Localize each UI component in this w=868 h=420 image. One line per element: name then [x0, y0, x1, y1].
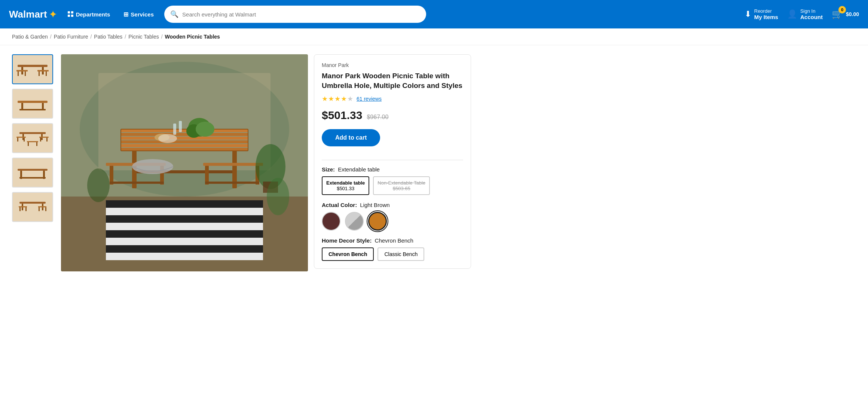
divider-1	[322, 160, 463, 160]
svg-point-70	[196, 122, 214, 137]
search-input[interactable]	[182, 11, 420, 18]
svg-rect-61	[203, 163, 263, 166]
svg-point-75	[267, 178, 289, 215]
header-actions: ⬇ Reorder My Items 👤 Sign In Account 🛒 0…	[745, 8, 859, 20]
size-extendable-name: Extendable table	[326, 180, 365, 186]
breadcrumb-picnic-tables[interactable]: Picnic Tables	[128, 34, 159, 40]
spark-icon: ✦	[49, 8, 57, 21]
search-bar[interactable]: 🔍	[164, 6, 426, 23]
rating-row: ★★★★★ 61 reviews	[322, 95, 463, 103]
signin-label-top: Sign In	[800, 8, 823, 14]
add-to-cart-button[interactable]: Add to cart	[322, 129, 380, 146]
sep4: /	[161, 34, 163, 40]
reorder-icon: ⬇	[745, 9, 751, 19]
size-nonextendable-button[interactable]: Non-Extendable Table $503.65	[373, 176, 430, 195]
services-nav[interactable]: ⊞ Services	[120, 9, 157, 19]
svg-rect-21	[46, 138, 48, 141]
walmart-logo[interactable]: Walmart ✦	[9, 8, 57, 21]
svg-rect-66	[173, 124, 176, 135]
color-options	[322, 212, 463, 231]
svg-rect-43	[106, 200, 263, 208]
svg-rect-47	[121, 129, 248, 132]
cart-total: $0.00	[846, 11, 859, 17]
product-info-panel: Manor Park Manor Park Wooden Picnic Tabl…	[314, 54, 471, 269]
departments-nav[interactable]: Departments	[65, 10, 113, 19]
svg-rect-13	[19, 132, 46, 134]
size-label-row: Size: Extendable table	[322, 166, 463, 173]
svg-rect-44	[106, 215, 263, 223]
thumb-svg-2	[16, 92, 49, 115]
svg-rect-49	[121, 137, 248, 140]
thumb-svg-4	[16, 161, 49, 184]
price-row: $501.33 $967.00	[322, 109, 463, 122]
style-classic-button[interactable]: Classic Bench	[378, 247, 424, 261]
color-value: Light Brown	[360, 202, 389, 208]
reorder-action[interactable]: ⬇ Reorder My Items	[745, 8, 778, 20]
review-count[interactable]: 61 reviews	[357, 96, 382, 102]
breadcrumb-patio-tables[interactable]: Patio Tables	[94, 34, 122, 40]
svg-rect-17	[39, 137, 49, 138]
svg-rect-60	[110, 182, 164, 184]
svg-rect-37	[45, 207, 46, 211]
breadcrumb: Patio & Garden / Patio Furniture / Patio…	[0, 28, 868, 45]
color-dark-brown[interactable]	[322, 212, 340, 231]
svg-rect-28	[19, 177, 46, 179]
color-light-brown[interactable]	[368, 212, 387, 231]
size-value: Extendable table	[338, 166, 380, 173]
reorder-label-top: Reorder	[754, 8, 778, 14]
color-gray[interactable]	[345, 212, 364, 231]
svg-rect-22	[27, 141, 38, 142]
size-options: Extendable table $501.33 Non-Extendable …	[322, 176, 463, 195]
cart-action[interactable]: 🛒 0 $0.00	[832, 9, 859, 19]
svg-point-65	[132, 159, 173, 174]
breadcrumb-patio-garden[interactable]: Patio & Garden	[12, 34, 48, 40]
svg-rect-67	[179, 121, 182, 132]
svg-rect-33	[38, 206, 46, 207]
style-chevron-button[interactable]: Chevron Bench	[322, 247, 374, 261]
svg-point-76	[87, 168, 110, 202]
departments-grid-icon	[68, 11, 74, 17]
svg-rect-29	[19, 202, 46, 204]
svg-rect-9	[18, 101, 48, 103]
svg-rect-12	[19, 109, 46, 110]
svg-rect-46	[106, 245, 263, 253]
thumb-svg-5	[16, 196, 49, 218]
style-label-row: Home Decor Style: Chevron Bench	[322, 237, 463, 244]
svg-rect-3	[16, 70, 28, 71]
sep2: /	[90, 34, 92, 40]
thumbnail-5[interactable]	[12, 192, 53, 222]
search-icon: 🔍	[170, 10, 178, 18]
thumbnail-1[interactable]	[12, 54, 53, 84]
signin-action[interactable]: 👤 Sign In Account	[787, 8, 823, 20]
svg-rect-16	[16, 137, 26, 138]
signin-label-bottom: Account	[800, 14, 823, 20]
account-icon: 👤	[787, 9, 797, 19]
svg-rect-34	[19, 207, 21, 211]
price-current: $501.33	[322, 109, 362, 122]
thumbnail-2[interactable]	[12, 89, 53, 119]
style-options: Chevron Bench Classic Bench	[322, 247, 463, 261]
thumbnail-3[interactable]	[12, 123, 53, 153]
svg-rect-8	[46, 71, 47, 76]
stars: ★★★★★	[322, 95, 354, 103]
thumbnail-list	[12, 54, 55, 271]
svg-rect-48	[121, 133, 248, 136]
svg-rect-6	[25, 71, 26, 76]
header: Walmart ✦ Departments ⊞ Services 🔍 ⬇ Reo…	[0, 0, 868, 28]
thumbnail-4[interactable]	[12, 158, 53, 188]
departments-label: Departments	[76, 11, 110, 18]
size-extendable-button[interactable]: Extendable table $501.33	[322, 176, 369, 195]
main-image-container	[61, 54, 308, 271]
product-title: Manor Park Wooden Picnic Table with Umbr…	[322, 71, 463, 90]
svg-rect-23	[28, 142, 29, 146]
breadcrumb-patio-furniture[interactable]: Patio Furniture	[54, 34, 88, 40]
thumb-svg-1	[16, 58, 49, 80]
brand-name: Manor Park	[322, 62, 463, 68]
style-label: Home Decor Style:	[322, 237, 372, 244]
size-nonextendable-price: $503.65	[378, 186, 425, 191]
services-label: Services	[131, 11, 154, 18]
color-label-row: Actual Color: Light Brown	[322, 202, 463, 208]
svg-rect-36	[39, 207, 40, 211]
svg-rect-45	[106, 230, 263, 238]
svg-rect-18	[17, 138, 18, 141]
